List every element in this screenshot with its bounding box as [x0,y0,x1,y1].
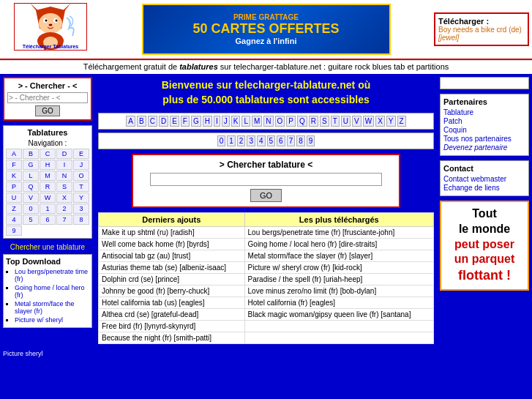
nav-letter-T[interactable]: T [73,182,89,192]
promo-line3: peut poser [454,238,514,250]
alpha-letter-L[interactable]: L [241,116,250,127]
promo-line4: un parquet [454,253,515,265]
nav-letter-V[interactable]: V [23,193,39,203]
nav-letter-D[interactable]: D [56,149,72,159]
alpha-letter-C[interactable]: C [148,116,157,127]
nav-letter-R[interactable]: R [40,182,56,192]
alpha-letter-W[interactable]: W [363,116,374,127]
alpha-letter-P[interactable]: P [286,116,296,127]
alpha-digit-6[interactable]: 6 [277,135,285,146]
alpha-digit-1[interactable]: 1 [227,135,236,146]
nav-letter-O[interactable]: O [73,171,89,181]
center-go-button[interactable]: GO [250,189,282,202]
alpha-letter-M[interactable]: M [252,116,262,127]
table-row: Althea crd (se) [grateful-dead]Black mag… [99,309,434,321]
nav-letter-P[interactable]: P [6,182,22,192]
nav-letter-5[interactable]: 5 [23,215,39,225]
col1-cell: Antisocial tab gz (au) [trust] [99,250,245,262]
alpha-letter-R[interactable]: R [309,116,318,127]
nav-letter-9[interactable]: 9 [6,225,22,236]
nav-letter-4[interactable]: 4 [6,215,22,225]
dl-link2[interactable]: [jewel] [438,34,459,42]
alpha-letter-Q[interactable]: Q [297,116,307,127]
nav-letter-W[interactable]: W [40,193,56,203]
nav-letter-Y[interactable]: Y [73,193,89,203]
nav-letter-L[interactable]: L [23,171,39,181]
nav-letter-Q[interactable]: Q [23,182,39,192]
alpha-letter-J[interactable]: J [222,116,230,127]
alpha-letter-K[interactable]: K [231,116,241,127]
alpha-letter-F[interactable]: F [181,116,190,127]
nav-letter-K[interactable]: K [6,171,22,181]
alpha-digit-0[interactable]: 0 [217,135,226,146]
partenaires-link[interactable]: Coquin [443,126,525,134]
nav-letter-3[interactable]: 3 [73,204,89,214]
top-download-item: Lou bergs/penetrate time (fr) [15,268,89,283]
alpha-digit-9[interactable]: 9 [307,135,315,146]
nav-letter-M[interactable]: M [40,171,56,181]
alpha-letter-X[interactable]: X [375,116,385,127]
top-download-item: Metal storm/face the slayer (fr) [15,300,89,315]
nav-letter-X[interactable]: X [56,193,72,203]
alpha-letter-I[interactable]: I [214,116,220,127]
partenaires-link[interactable]: Tablature [443,108,525,116]
nav-letter-E[interactable]: E [73,149,89,159]
promo-line1: Tout [472,207,496,220]
alpha-letter-A[interactable]: A [126,116,135,127]
alpha-digit-2[interactable]: 2 [237,135,246,146]
alpha-letter-T[interactable]: T [331,116,340,127]
sidebar-search-input[interactable] [7,92,88,103]
alpha-digit-5[interactable]: 5 [267,135,276,146]
center-search-input[interactable] [150,173,381,186]
alpha-letter-S[interactable]: S [320,116,329,127]
alpha-digit-3[interactable]: 3 [247,135,255,146]
devenez-partenaire-link[interactable]: Devenez partenaire [443,143,525,152]
nav-letter-B[interactable]: B [23,149,39,159]
alpha-letter-B[interactable]: B [137,116,146,127]
nav-letter-1[interactable]: 1 [40,204,56,214]
sidebar-go-button[interactable]: GO [35,105,60,116]
nav-letter-C[interactable]: C [40,149,56,159]
alpha-letter-Z[interactable]: Z [397,116,406,127]
chercher-link[interactable]: Chercher une tablature [3,243,92,251]
alpha-letter-O[interactable]: O [275,116,285,127]
top-download-item: Picture w/ sheryl [15,316,89,324]
right-sidebar: Partenaires TablaturePatchCoquinTous nos… [437,74,532,348]
alpha-letter-E[interactable]: E [170,116,179,127]
contact-link[interactable]: Contact webmaster [443,175,525,183]
nav-letter-I[interactable]: I [56,160,72,170]
alpha-digit-8[interactable]: 8 [296,135,305,146]
center-content: Bienvenue sur telecharger-tablature.net … [95,74,437,348]
dl-link1[interactable]: Boy needs a bike crd (de) [438,26,522,34]
alpha-letter-H[interactable]: H [203,116,212,127]
right-sidebar-search-input[interactable] [440,77,529,89]
alpha-letter-G[interactable]: G [191,116,201,127]
alpha-letter-U[interactable]: U [341,116,351,127]
contact-link[interactable]: Echange de liens [443,184,525,192]
partenaires-link[interactable]: Tous nos partenaires [443,135,525,143]
alpha-letter-V[interactable]: V [352,116,361,127]
nav-letter-8[interactable]: 8 [73,215,89,225]
nav-letter-J[interactable]: J [73,160,89,170]
alpha-letter-N[interactable]: N [263,116,273,127]
nav-letter-H[interactable]: H [40,160,56,170]
alpha-digit-4[interactable]: 4 [257,135,266,146]
nav-letter-A[interactable]: A [6,149,22,159]
nav-letter-2[interactable]: 2 [56,204,72,214]
nav-letter-Z[interactable]: Z [6,204,22,214]
nav-letter-N[interactable]: N [56,171,72,181]
nav-letter-U[interactable]: U [6,193,22,203]
svg-point-8 [56,20,58,22]
alpha-digit-7[interactable]: 7 [287,135,296,146]
col2-cell: Metal storm/face the slayer (fr) [slayer… [244,250,433,262]
nav-letter-7[interactable]: 7 [56,215,72,225]
sidebar-search-label: > - Chercher - < [7,81,88,90]
alpha-letter-D[interactable]: D [159,116,168,127]
nav-letter-0[interactable]: 0 [23,204,39,214]
nav-letter-6[interactable]: 6 [40,215,56,225]
alpha-letter-Y[interactable]: Y [386,116,396,127]
nav-letter-G[interactable]: G [23,160,39,170]
nav-letter-S[interactable]: S [56,182,72,192]
partenaires-link[interactable]: Patch [443,117,525,125]
nav-letter-F[interactable]: F [6,160,22,170]
